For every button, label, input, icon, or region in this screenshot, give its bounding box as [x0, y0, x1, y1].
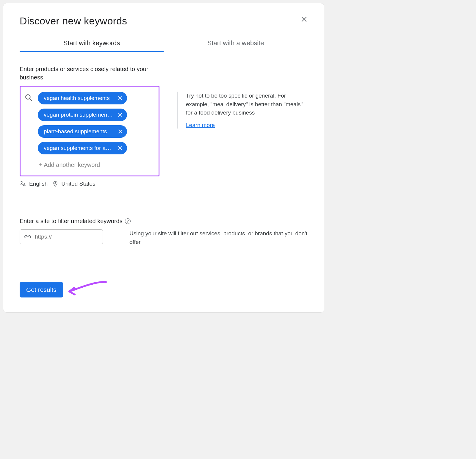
chip-label: vegan supplements for a… — [44, 145, 111, 151]
keyword-chip[interactable]: plant-based supplements — [38, 125, 127, 138]
site-url-input[interactable] — [35, 234, 105, 240]
close-icon[interactable] — [300, 16, 308, 23]
close-icon[interactable] — [118, 129, 123, 134]
site-input-wrapper[interactable] — [20, 229, 103, 244]
language-location-row: English United States — [20, 181, 159, 187]
site-row: Using your site will filter out services… — [20, 229, 308, 246]
svg-line-1 — [29, 98, 31, 100]
close-icon[interactable] — [118, 95, 123, 101]
site-filter-section: Enter a site to filter unrelated keyword… — [20, 217, 308, 246]
keywords-label: Enter products or services closely relat… — [20, 65, 156, 82]
svg-point-2 — [55, 183, 56, 184]
site-tip-text: Using your site will filter out services… — [121, 229, 308, 246]
tab-start-with-keywords[interactable]: Start with keywords — [20, 35, 164, 52]
tabs: Start with keywords Start with a website — [20, 35, 308, 52]
search-icon — [25, 92, 32, 170]
keywords-section: Enter products or services closely relat… — [20, 65, 308, 187]
language-button[interactable]: English — [29, 181, 48, 187]
chip-label: vegan health supplements — [44, 95, 110, 101]
tab-start-with-website[interactable]: Start with a website — [164, 35, 308, 52]
keywords-left: Enter products or services closely relat… — [20, 65, 159, 187]
close-icon[interactable] — [118, 145, 123, 151]
header-row: Discover new keywords — [20, 15, 308, 35]
keyword-planner-panel: Discover new keywords Start with keyword… — [3, 3, 324, 313]
keywords-tip-panel: Try not to be too specific or general. F… — [177, 92, 308, 129]
close-icon[interactable] — [118, 112, 123, 118]
help-icon[interactable]: ? — [125, 218, 131, 224]
location-pin-icon — [52, 181, 58, 187]
page-title: Discover new keywords — [20, 15, 127, 27]
chip-label: plant-based supplements — [44, 128, 107, 135]
link-icon — [24, 233, 31, 240]
keywords-tip-text: Try not to be too specific or general. F… — [186, 92, 308, 117]
site-label: Enter a site to filter unrelated keyword… — [20, 217, 123, 225]
keyword-chip[interactable]: vegan health supplements — [38, 92, 127, 104]
keyword-chip[interactable]: vegan protein supplemen… — [38, 109, 127, 121]
translate-icon — [20, 181, 26, 187]
learn-more-link[interactable]: Learn more — [186, 122, 215, 128]
get-results-button[interactable]: Get results — [20, 282, 63, 297]
keyword-chip[interactable]: vegan supplements for a… — [38, 142, 127, 154]
keywords-input-box[interactable]: vegan health supplements vegan protein s… — [20, 86, 159, 176]
annotation-arrow — [66, 278, 110, 299]
add-keyword[interactable]: + Add another keyword — [38, 159, 153, 170]
chip-label: vegan protein supplemen… — [44, 112, 113, 118]
site-label-row: Enter a site to filter unrelated keyword… — [20, 217, 308, 225]
location-button[interactable]: United States — [61, 181, 95, 187]
keyword-chips: vegan health supplements vegan protein s… — [38, 92, 153, 170]
keywords-right: Try not to be too specific or general. F… — [177, 65, 308, 187]
